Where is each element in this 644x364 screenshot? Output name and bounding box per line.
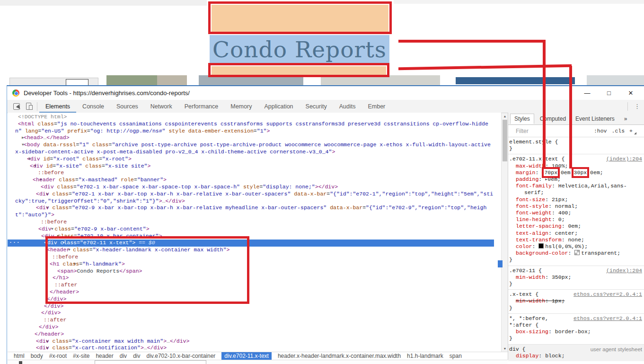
css-property[interactable]: min-width: 1px; — [508, 298, 644, 304]
filter-chip[interactable]: + — [629, 128, 633, 134]
dom-node[interactable]: </div> — [8, 310, 494, 317]
dom-node[interactable]: ▼<div id="x-root" class="x-root"> — [8, 156, 494, 163]
drawer-input[interactable] — [95, 360, 206, 364]
tab-memory[interactable]: Memory — [224, 100, 258, 113]
close-button[interactable]: ✕ — [620, 86, 642, 100]
breadcrumb-item[interactable]: div.e702-11.x-text — [221, 352, 272, 360]
tab-styles[interactable]: Styles — [510, 114, 534, 124]
breadcrumb-item[interactable]: header.x-header-landmark.x-container.max… — [278, 353, 401, 359]
css-property[interactable]: background-color: transparent; — [508, 250, 644, 257]
dom-scrollbar[interactable]: ▲ ▼ — [501, 113, 508, 352]
collapse-arrow-icon[interactable]: ▼ — [31, 204, 36, 212]
css-property[interactable]: font-size: 21px; — [508, 196, 644, 203]
collapse-arrow-icon[interactable]: ▼ — [36, 233, 41, 240]
collapse-arrow-icon[interactable]: ▼ — [22, 156, 27, 163]
css-selector[interactable]: .x-text { — [509, 291, 538, 298]
inspect-element-icon[interactable] — [13, 103, 20, 110]
tab-application[interactable]: Application — [258, 100, 299, 113]
css-property[interactable]: line-height: 0; — [508, 216, 644, 223]
css-selector[interactable]: *, *:before, — [509, 315, 548, 322]
breadcrumb-item[interactable]: #x-site — [73, 353, 89, 359]
more-tabs-icon[interactable]: » — [620, 114, 631, 124]
dom-node[interactable]: </header> — [8, 331, 494, 338]
stylesheet-link[interactable]: ethos.css?ver=2.0.4:1 — [573, 291, 642, 298]
scrollbar-thumb[interactable] — [503, 120, 507, 161]
filter-chip[interactable]: :hov — [594, 128, 607, 134]
breadcrumb-item[interactable]: h1.h-landmark — [407, 353, 443, 359]
dom-node[interactable]: ::before — [8, 219, 494, 226]
css-property[interactable]: display: block; — [508, 353, 644, 359]
css-property[interactable]: padding: ▶0em; — [508, 176, 644, 183]
color-swatch-icon[interactable] — [538, 243, 544, 249]
css-property[interactable]: font-style: normal; — [508, 203, 644, 210]
tab-security[interactable]: Security — [300, 100, 333, 113]
dom-node[interactable]: ▼<header class="x-masthead" role="banner… — [8, 177, 494, 184]
dom-node[interactable]: <!DOCTYPE html> — [8, 114, 494, 121]
tab-performance[interactable]: Performance — [178, 100, 225, 113]
device-toolbar-icon[interactable] — [26, 103, 31, 110]
dom-node[interactable]: ▼<div class="e702-9 x-bar x-bar-top x-ba… — [8, 204, 494, 219]
dom-node[interactable]: ▶<div class="e702-1 x-bar x-bar-top x-ba… — [8, 191, 494, 205]
css-property[interactable]: box-sizing: border-box; — [508, 328, 644, 335]
filter-chip[interactable]: .cls — [611, 128, 625, 134]
collapse-arrow-icon[interactable]: ▼ — [27, 177, 33, 184]
dom-node[interactable]: ::after — [8, 317, 494, 324]
expand-value-icon[interactable]: ▶ — [542, 171, 544, 175]
overflow-menu-icon[interactable]: ... — [9, 238, 20, 245]
collapse-arrow-icon[interactable]: ▼ — [25, 163, 30, 170]
css-property[interactable]: text-align: center; — [508, 230, 644, 237]
css-selector[interactable]: .e702-11 { — [509, 267, 542, 274]
breadcrumb-item[interactable]: html — [14, 353, 25, 359]
tab-event-listeners[interactable]: Event Listeners — [572, 114, 618, 124]
dom-node[interactable]: ▼<div id="x-site" class="x-site site"> — [8, 163, 494, 170]
css-selector[interactable]: *:after { — [509, 322, 538, 328]
minimize-button[interactable]: — — [576, 86, 598, 100]
css-selector[interactable]: .e702-11.x-text { — [509, 156, 565, 162]
dom-node[interactable]: ▶<head>…</head> — [8, 134, 494, 142]
kebab-menu-icon[interactable]: ⋮ — [630, 103, 644, 110]
breadcrumb-item[interactable]: div — [120, 353, 127, 359]
css-property[interactable]: font-family: Helvetica,Arial,sans-​serif… — [508, 183, 644, 196]
collapse-arrow-icon[interactable]: ▼ — [39, 240, 44, 247]
tab-ember[interactable]: Ember — [362, 100, 391, 113]
scroll-down-icon[interactable]: ▼ — [502, 346, 508, 352]
breadcrumb-item[interactable]: div — [133, 353, 140, 359]
css-property[interactable]: margin: ▶70px 0em 30px 0em; — [508, 169, 644, 176]
color-swatch-icon[interactable] — [574, 250, 580, 255]
dom-node[interactable]: ▶<div class="x-cart-notification">…</div… — [8, 345, 494, 352]
collapse-arrow-icon[interactable]: ▼ — [33, 226, 38, 233]
css-property[interactable]: text-transform: none; — [508, 237, 644, 243]
css-property[interactable]: min-width: 350px; — [508, 274, 644, 281]
css-selector[interactable]: div { — [509, 346, 526, 353]
stylesheet-link[interactable]: (index):204 — [606, 267, 642, 274]
stylesheet-link[interactable]: ethos.css?ver=2.0.4:1 — [573, 315, 642, 322]
collapse-arrow-icon[interactable]: ▼ — [18, 142, 24, 149]
scroll-up-icon[interactable]: ▲ — [502, 113, 508, 119]
dom-node[interactable]: ▶<div class="x-container max width main"… — [8, 338, 494, 345]
breadcrumb-item[interactable]: div.e702-10.x-bar-container — [146, 353, 215, 359]
css-property[interactable]: letter-spacing: 0em; — [508, 223, 644, 230]
css-property[interactable]: color: hsl(0,0%,0%); — [508, 243, 644, 250]
expand-arrow-icon[interactable]: ▶ — [31, 338, 36, 345]
filter-input[interactable]: Filter — [516, 128, 529, 134]
tab-network[interactable]: Network — [144, 100, 178, 113]
dom-node[interactable]: ::before — [8, 169, 494, 177]
expand-arrow-icon[interactable]: ▶ — [18, 134, 24, 142]
drawer-icon[interactable] — [19, 361, 22, 364]
breadcrumb-item[interactable]: body — [31, 353, 43, 359]
dom-node[interactable]: </div> — [8, 324, 494, 331]
stylesheet-link[interactable]: (index):204 — [606, 156, 642, 162]
breadcrumb-item[interactable]: header — [96, 353, 113, 359]
dom-node[interactable]: ▼<body data-rsssl="1" class="archive pos… — [8, 142, 494, 156]
expand-value-icon[interactable]: ▶ — [545, 178, 547, 181]
css-selector[interactable]: element.style { — [509, 139, 558, 145]
tab-elements[interactable]: Elements — [39, 100, 76, 113]
css-property[interactable]: max-width: 100%; — [508, 163, 644, 169]
tab-computed[interactable]: Computed — [536, 114, 570, 124]
dom-node[interactable]: ▼<div class="e702-9 x-bar-content"> — [8, 226, 494, 233]
expand-arrow-icon[interactable]: ▶ — [31, 345, 36, 352]
expand-arrow-icon[interactable]: ▶ — [31, 191, 36, 198]
maximize-button[interactable]: □ — [598, 86, 620, 100]
tab-sources[interactable]: Sources — [110, 100, 144, 113]
css-property[interactable]: font-weight: 400; — [508, 210, 644, 216]
